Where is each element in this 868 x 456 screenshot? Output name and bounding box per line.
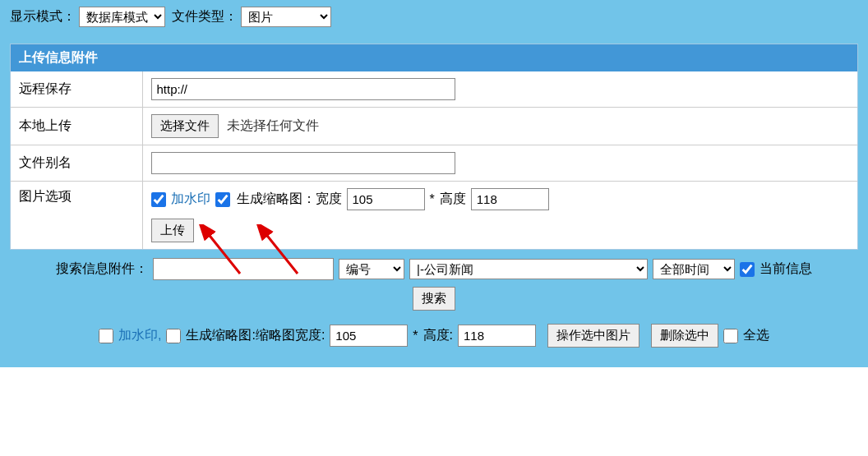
image-options-label: 图片选项: [11, 182, 142, 250]
gen-thumb-label: 生成缩略图：宽度: [237, 191, 342, 208]
panel-title: 上传信息附件: [11, 44, 857, 71]
select-all-checkbox[interactable]: [723, 329, 738, 343]
remote-url-input[interactable]: [151, 78, 455, 100]
filter-width-input[interactable]: [330, 325, 408, 347]
search-field-select[interactable]: 编号: [339, 259, 404, 279]
filter-height-label: 高度:: [423, 327, 453, 344]
no-file-chosen-text: 未选择任何文件: [227, 118, 319, 132]
height-label: 高度: [440, 191, 466, 208]
form-table: 远程保存 本地上传 选择文件 未选择任何文件 文件别名: [11, 71, 857, 249]
search-button[interactable]: 搜索: [413, 287, 455, 311]
delete-selected-button[interactable]: 删除选中: [651, 324, 718, 348]
current-info-checkbox[interactable]: [740, 262, 755, 277]
remote-save-label: 远程保存: [11, 71, 142, 108]
file-alias-input[interactable]: [151, 152, 455, 174]
filter-row: 加水印, 生成缩略图:缩略图宽度: * 高度: 操作选中图片 删除选中 全选: [10, 319, 858, 357]
top-toolbar: 显示模式： 数据库模式 文件类型： 图片: [0, 0, 868, 34]
choose-file-button[interactable]: 选择文件: [151, 114, 219, 138]
filter-genthumb-checkbox[interactable]: [166, 329, 181, 343]
search-input[interactable]: [153, 258, 334, 280]
filter-watermark-label: 加水印,: [118, 327, 161, 344]
filter-watermark-checkbox[interactable]: [99, 329, 113, 343]
search-row: 搜索信息附件： 编号 |-公司新闻 全部时间 当前信息: [10, 250, 858, 283]
operate-selected-button[interactable]: 操作选中图片: [547, 324, 639, 348]
upload-button[interactable]: 上传: [151, 219, 194, 242]
search-time-select[interactable]: 全部时间: [653, 259, 735, 279]
display-mode-select[interactable]: 数据库模式: [79, 7, 165, 27]
filter-height-input[interactable]: [458, 325, 536, 347]
local-upload-label: 本地上传: [11, 108, 142, 145]
main-frame: 上传信息附件 远程保存 本地上传 选择文件 未选择任何文件 文件别名: [0, 34, 868, 367]
star-separator: *: [430, 192, 435, 207]
current-info-label: 当前信息: [760, 260, 812, 278]
filter-star: *: [413, 329, 418, 343]
thumb-height-input[interactable]: [471, 188, 549, 210]
upload-panel: 上传信息附件 远程保存 本地上传 选择文件 未选择任何文件 文件别名: [10, 44, 858, 250]
file-type-label: 文件类型：: [172, 8, 238, 25]
filter-genthumb-label: 生成缩略图:缩略图宽度:: [186, 327, 325, 344]
file-type-select[interactable]: 图片: [241, 7, 331, 27]
search-category-select[interactable]: |-公司新闻: [409, 259, 648, 279]
search-label: 搜索信息附件：: [56, 260, 148, 278]
thumb-width-input[interactable]: [347, 188, 425, 210]
watermark-checkbox[interactable]: [151, 192, 166, 207]
select-all-label: 全选: [743, 327, 769, 344]
watermark-label: 加水印: [171, 191, 210, 208]
gen-thumb-checkbox[interactable]: [215, 192, 230, 207]
display-mode-label: 显示模式：: [10, 8, 76, 25]
file-alias-label: 文件别名: [11, 145, 142, 182]
